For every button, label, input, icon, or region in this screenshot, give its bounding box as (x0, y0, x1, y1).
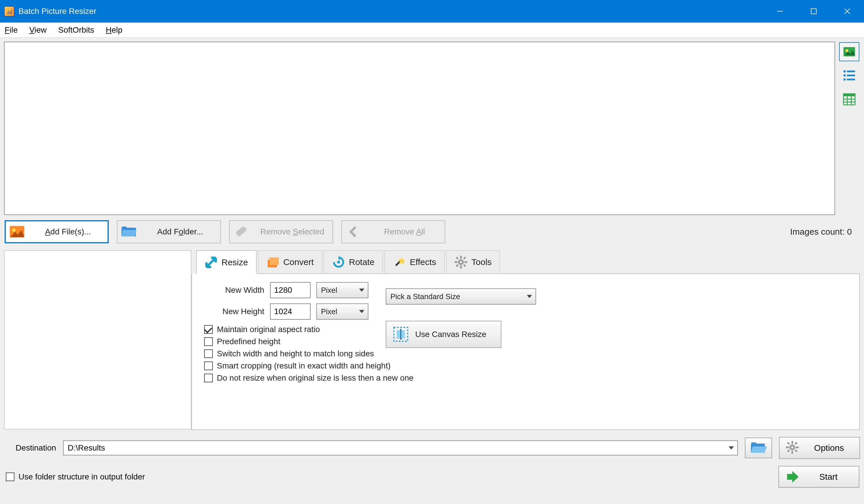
destination-label: Destination (4, 443, 56, 453)
browse-destination-button[interactable] (745, 438, 772, 458)
menu-file[interactable]: File (3, 24, 20, 36)
svg-rect-42 (796, 446, 799, 448)
use-canvas-resize-button[interactable]: Use Canvas Resize (386, 321, 501, 348)
list-icon (842, 69, 856, 82)
view-list-button[interactable] (839, 66, 860, 85)
standard-size-value: Pick a Standard Size (391, 292, 460, 301)
convert-icon (267, 256, 279, 269)
no-resize-smaller-checkbox[interactable] (204, 374, 213, 382)
add-folder-label: Add Folder... (140, 227, 220, 236)
picture-icon (6, 226, 28, 237)
standard-size-select[interactable]: Pick a Standard Size (386, 288, 536, 305)
svg-rect-23 (269, 258, 279, 265)
svg-rect-7 (847, 71, 855, 72)
switch-sides-row[interactable]: Switch width and height to match long si… (204, 349, 851, 358)
use-folder-structure-checkbox[interactable] (6, 472, 14, 481)
svg-rect-26 (460, 256, 462, 259)
maximize-button[interactable] (797, 0, 830, 23)
close-button[interactable] (830, 0, 864, 23)
tab-resize-label: Resize (221, 258, 248, 267)
no-resize-smaller-label: Do not resize when original size is less… (217, 373, 413, 383)
svg-point-47 (791, 446, 793, 448)
svg-rect-29 (464, 261, 467, 263)
options-label: Options (805, 443, 853, 453)
settings-tabs-area: Resize Convert Rotate (191, 250, 860, 430)
height-unit-value: Pixel (321, 307, 337, 316)
tab-rotate[interactable]: Rotate (324, 250, 383, 274)
back-arrow-icon (342, 226, 364, 237)
smart-cropping-checkbox[interactable] (204, 361, 213, 370)
resize-arrows-icon (205, 256, 217, 269)
svg-rect-45 (795, 442, 797, 445)
file-list-panel[interactable] (4, 250, 191, 429)
tab-resize[interactable]: Resize (196, 250, 257, 274)
width-unit-value: Pixel (321, 286, 337, 295)
add-folder-button[interactable]: Add Folder... (117, 220, 221, 243)
eraser-icon (230, 226, 252, 237)
svg-rect-1 (811, 9, 816, 14)
remove-all-button[interactable]: Remove All (341, 220, 445, 243)
predefined-height-checkbox[interactable] (204, 337, 213, 346)
remove-selected-button[interactable]: Remove Selected (229, 220, 333, 243)
svg-point-24 (337, 261, 340, 263)
mid-row: Resize Convert Rotate (4, 250, 860, 430)
svg-rect-31 (463, 264, 466, 267)
magic-wand-icon (393, 256, 406, 269)
minimize-icon (776, 7, 784, 15)
titlebar: Batch Picture Resizer (0, 0, 864, 23)
svg-point-21 (12, 228, 16, 232)
width-unit-select[interactable]: Pixel (316, 282, 368, 298)
maintain-ratio-label: Maintain original aspect ratio (217, 325, 320, 334)
resize-right-column: Pick a Standard Size (386, 288, 536, 348)
add-files-button[interactable]: Add File(s)... (4, 220, 109, 243)
maintain-ratio-checkbox[interactable] (204, 325, 213, 334)
preview-row (4, 41, 860, 215)
new-width-input[interactable] (270, 282, 311, 298)
minimize-button[interactable] (764, 0, 797, 23)
svg-rect-12 (843, 93, 855, 96)
folder-open-icon (750, 441, 767, 455)
tab-convert[interactable]: Convert (258, 250, 322, 274)
settings-tabstrip: Resize Convert Rotate (191, 250, 860, 274)
svg-point-6 (843, 70, 846, 73)
maximize-icon (810, 8, 817, 15)
view-thumbnails-button[interactable] (839, 42, 860, 61)
play-arrow-icon (785, 470, 799, 484)
use-folder-structure-row[interactable]: Use folder structure in output folder (6, 472, 145, 481)
use-canvas-label: Use Canvas Resize (415, 330, 487, 339)
menu-softorbits[interactable]: SoftOrbits (56, 24, 96, 36)
switch-sides-checkbox[interactable] (204, 349, 213, 358)
view-grid-button[interactable] (839, 89, 860, 109)
tab-effects[interactable]: Effects (384, 250, 445, 274)
menu-view[interactable]: View (27, 24, 48, 36)
window-title: Batch Picture Resizer (19, 7, 764, 16)
resize-panel: New Width Pixel New Height Pixel Maintai… (191, 274, 860, 430)
svg-rect-40 (791, 451, 793, 454)
app-icon (4, 6, 14, 16)
svg-rect-27 (460, 266, 462, 269)
menubar: File View SoftOrbits Help (0, 23, 864, 38)
height-unit-select[interactable]: Pixel (316, 304, 368, 320)
new-height-input[interactable] (270, 304, 311, 320)
tab-convert-label: Convert (284, 257, 314, 267)
svg-rect-39 (791, 441, 793, 444)
preview-canvas[interactable] (4, 41, 835, 215)
svg-rect-32 (463, 257, 466, 259)
svg-point-8 (843, 74, 846, 77)
add-files-label: Add File(s)... (28, 227, 108, 236)
view-mode-rail (839, 41, 860, 215)
smart-cropping-label: Smart cropping (result in exact width an… (217, 361, 391, 370)
tab-tools[interactable]: Tools (446, 250, 500, 274)
destination-combo[interactable] (63, 440, 738, 455)
smart-cropping-row[interactable]: Smart cropping (result in exact width an… (204, 361, 851, 370)
options-button[interactable]: Options (779, 437, 860, 459)
gear-icon (455, 256, 467, 269)
destination-input[interactable] (63, 440, 738, 455)
start-button[interactable]: Start (778, 466, 860, 488)
svg-rect-43 (787, 442, 790, 445)
svg-rect-46 (787, 450, 790, 452)
menu-help[interactable]: Help (104, 24, 124, 36)
use-folder-structure-label: Use folder structure in output folder (19, 472, 145, 481)
switch-sides-label: Switch width and height to match long si… (217, 349, 374, 358)
no-resize-smaller-row[interactable]: Do not resize when original size is less… (204, 373, 851, 383)
